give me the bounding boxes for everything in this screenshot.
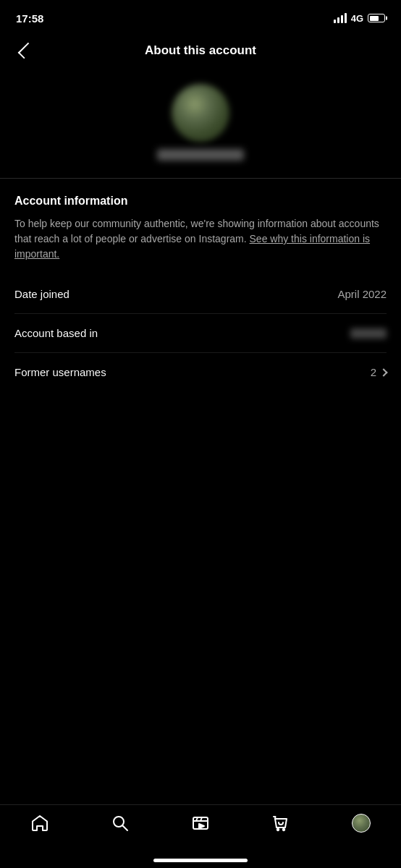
avatar-image [172,84,229,142]
nav-search[interactable] [98,814,142,833]
nav-profile[interactable] [339,814,383,833]
info-rows: Date joined April 2022 Account based in … [0,275,401,391]
section-title: Account information [14,195,387,208]
date-joined-row: Date joined April 2022 [14,275,387,314]
home-icon [30,814,49,833]
shop-icon [271,814,290,833]
date-joined-value: April 2022 [337,288,387,300]
reels-icon [191,814,210,833]
header: About this account [0,32,401,69]
section-description: To help keep our community authentic, we… [14,216,387,262]
network-label: 4G [351,13,363,24]
page-title: About this account [145,43,256,58]
status-icons: 4G [334,13,385,24]
former-usernames-count: 2 [371,366,376,378]
username-blurred [157,149,244,161]
avatar [172,84,229,142]
status-bar: 17:58 4G [0,0,401,32]
date-joined-label: Date joined [14,288,69,300]
status-time: 17:58 [16,12,43,25]
former-usernames-value: 2 [371,366,387,378]
back-chevron-icon [18,43,35,59]
svg-point-8 [283,829,284,830]
profile-nav-icon [352,814,371,833]
former-usernames-row[interactable]: Former usernames 2 [14,353,387,391]
svg-marker-6 [199,824,204,828]
account-info-section: Account information To help keep our com… [0,179,401,269]
svg-point-7 [277,829,279,830]
battery-icon [368,14,385,22]
nav-home[interactable] [18,814,62,833]
signal-bars-icon [334,13,347,23]
back-button[interactable] [13,38,39,64]
account-location-blurred [350,328,387,339]
svg-line-1 [123,826,128,831]
nav-reels[interactable] [179,814,222,833]
former-usernames-label: Former usernames [14,366,106,378]
profile-section [0,69,401,178]
nav-shop[interactable] [259,814,303,833]
account-based-in-label: Account based in [14,327,98,339]
search-icon [111,814,130,833]
profile-nav-avatar [352,814,371,833]
chevron-right-icon [379,368,387,376]
account-based-in-row: Account based in [14,314,387,353]
home-indicator [153,859,248,862]
